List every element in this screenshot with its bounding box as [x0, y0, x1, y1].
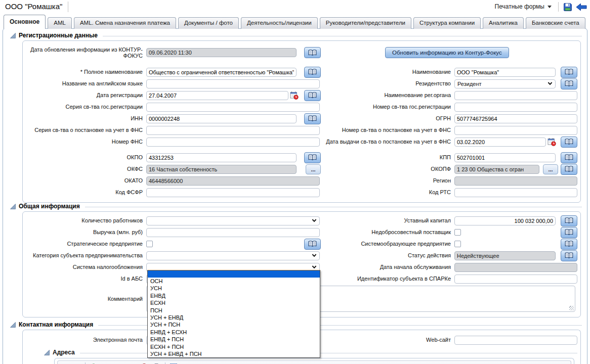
kpp-book-button[interactable] — [561, 152, 577, 163]
ogrn-field[interactable] — [454, 114, 577, 123]
tax-system-dropdown-list: ОСН УСН ЕНВД ЕСХН ПСН УСН + ЕНВД УСН + П… — [147, 270, 320, 358]
print-forms-menu[interactable]: Печатные формы — [495, 3, 552, 10]
tax-option[interactable]: УСН — [148, 285, 320, 292]
tax-option[interactable]: ЕНВД + ЕСХН — [148, 329, 320, 336]
clear-row-button[interactable] — [152, 362, 161, 364]
tab-aml[interactable]: AML — [48, 17, 72, 29]
website-field[interactable] — [454, 336, 577, 345]
reg-date-field[interactable] — [146, 91, 288, 100]
residency-label: Резидентство — [324, 80, 454, 87]
contacts-section-title: Контактная информация — [19, 321, 93, 328]
rts-code-field[interactable] — [454, 188, 577, 197]
name-book-button[interactable] — [561, 67, 577, 78]
tax-option[interactable]: УСН + ЕНВД — [148, 314, 320, 321]
update-from-kontur-button[interactable]: Обновить информацию из Контур-Фокус — [385, 47, 509, 58]
book-icon — [565, 217, 573, 224]
okato-field[interactable] — [146, 176, 320, 186]
strategic-checkbox[interactable] — [146, 241, 153, 247]
fns-number-field[interactable] — [146, 138, 320, 147]
fns-series-field[interactable] — [146, 126, 320, 135]
calendar-icon[interactable] — [547, 138, 556, 146]
tax-option[interactable]: ЕСХН — [148, 299, 320, 306]
block-row-button[interactable] — [140, 362, 149, 364]
full-name-book-button[interactable] — [304, 67, 321, 78]
status-field[interactable] — [454, 251, 556, 260]
tab-analytics[interactable]: Аналитика — [483, 17, 524, 29]
details-button[interactable] — [114, 362, 123, 364]
charter-capital-field[interactable] — [454, 216, 556, 225]
kpp-field[interactable] — [454, 153, 556, 162]
fns-issue-date-field[interactable] — [454, 138, 546, 147]
export-button[interactable] — [169, 362, 178, 364]
business-category-select[interactable] — [146, 251, 320, 260]
name-field[interactable] — [454, 68, 556, 77]
charter-capital-book-button[interactable] — [561, 215, 577, 226]
tab-managers-representatives[interactable]: Руководители/представители — [320, 17, 411, 29]
fns-issue-date-book-button[interactable] — [561, 136, 577, 148]
okfs-lookup-button[interactable]: ... — [306, 164, 321, 174]
tax-option[interactable]: УСН + ЕНВД + ПСН — [148, 350, 320, 357]
header-separator — [558, 2, 559, 12]
okopf-book-button[interactable] — [561, 164, 577, 175]
reg-authority-field[interactable] — [454, 91, 577, 100]
okopf-field[interactable] — [454, 165, 539, 174]
fns-series-label: Серия св-тва о постановке на учет в ФНС — [26, 127, 146, 133]
collapse-triangle-icon — [10, 322, 16, 328]
employees-count-label: Количество работников — [26, 217, 146, 224]
unfair-supplier-book-button[interactable] — [561, 227, 577, 238]
region-field[interactable] — [454, 176, 577, 186]
tax-option[interactable]: УСН + ПСН — [148, 321, 320, 328]
general-section-header[interactable]: Общая информация — [10, 203, 582, 210]
service-start-field[interactable] — [454, 263, 577, 272]
tax-option[interactable]: ПСН — [148, 307, 320, 314]
tax-option[interactable]: ОСН — [148, 278, 320, 285]
resize-grip[interactable] — [569, 306, 574, 310]
okopf-lookup-button[interactable]: ... — [543, 164, 558, 174]
state-reg-series-field[interactable] — [146, 103, 320, 112]
okpo-field[interactable] — [146, 153, 297, 162]
okpo-book-button[interactable] — [304, 152, 321, 163]
save-button[interactable] — [562, 2, 573, 13]
inn-field[interactable] — [146, 114, 297, 123]
add-row-button[interactable] — [89, 362, 98, 364]
tax-option[interactable]: ЕСХН + ПСН — [148, 343, 320, 350]
edit-row-button[interactable] — [102, 362, 111, 364]
systemic-checkbox[interactable] — [454, 241, 461, 247]
tab-documents-photo[interactable]: Документы / фото — [178, 17, 239, 29]
reg-date-book-button[interactable] — [304, 90, 321, 101]
tab-bank-accounts[interactable]: Банковские счета — [526, 17, 585, 29]
inn-book-button[interactable] — [304, 113, 321, 124]
rts-code-label: Код РТС — [324, 189, 454, 196]
english-name-field[interactable] — [146, 79, 320, 88]
employees-count-select[interactable] — [146, 216, 320, 225]
okfs-field[interactable] — [146, 165, 297, 174]
kpp-label: КПП — [324, 154, 454, 161]
collapse-triangle-icon — [44, 350, 50, 355]
kontur-date-field[interactable] — [146, 48, 297, 57]
back-button[interactable] — [576, 2, 587, 13]
calendar-icon[interactable] — [290, 91, 299, 100]
residency-select[interactable]: Резидент — [454, 79, 556, 88]
tax-option[interactable]: ЕНВД + ПСН — [148, 336, 320, 343]
kontur-date-book-button[interactable] — [304, 47, 321, 58]
fsfr-code-field[interactable] — [146, 188, 320, 197]
revenue-field[interactable] — [146, 228, 320, 237]
fns-reg-number-field[interactable] — [454, 126, 577, 135]
tab-main[interactable]: Основное — [4, 15, 46, 29]
delete-row-button[interactable] — [127, 362, 136, 364]
tab-activity-licenses[interactable]: Деятельность/лицензии — [241, 17, 318, 29]
unfair-supplier-checkbox[interactable] — [454, 229, 461, 236]
status-book-button[interactable] — [561, 250, 577, 261]
tax-option-selected-blank[interactable] — [148, 270, 320, 278]
residency-book-button[interactable] — [561, 78, 577, 89]
state-reg-number-field[interactable] — [454, 103, 577, 112]
spark-id-field[interactable] — [454, 275, 577, 284]
full-name-field[interactable] — [146, 68, 297, 77]
registration-section-header[interactable]: Регистрационные данные — [10, 32, 582, 39]
systemic-book-button[interactable] — [561, 239, 577, 250]
strategic-book-button[interactable] — [304, 239, 321, 250]
tab-company-structure[interactable]: Структура компании — [413, 17, 481, 29]
okfs-label: ОКФС — [26, 166, 146, 172]
tab-aml-payment-purpose[interactable]: AML. Смена назначения платежа — [74, 17, 176, 29]
tax-option[interactable]: ЕНВД — [148, 292, 320, 299]
